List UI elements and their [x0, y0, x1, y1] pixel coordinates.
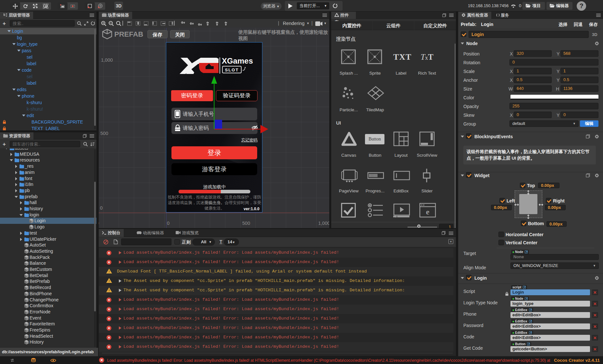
svg-text:e: e: [426, 208, 430, 216]
